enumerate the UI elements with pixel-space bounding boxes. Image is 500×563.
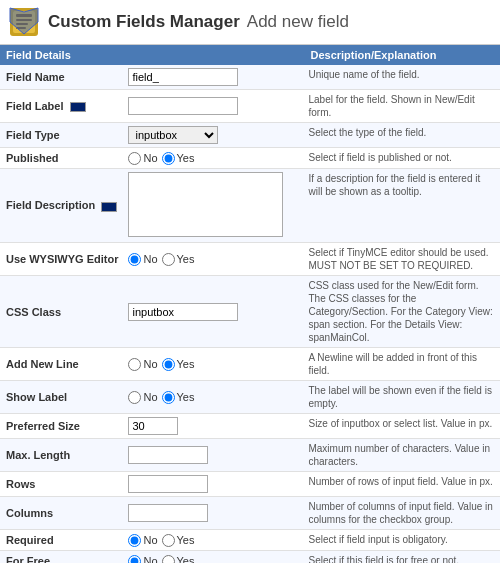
- for-free-yes-label[interactable]: Yes: [162, 555, 195, 564]
- description-header: Description/Explanation: [304, 45, 500, 65]
- preferred-size-label: Preferred Size: [0, 414, 124, 439]
- field-details-header: Field Details: [0, 45, 124, 65]
- columns-desc: Number of columns of input field. Value …: [304, 497, 500, 530]
- preferred-size-input[interactable]: [128, 417, 178, 435]
- max-length-input[interactable]: [128, 446, 208, 464]
- published-no-radio[interactable]: [128, 152, 141, 165]
- rows-input-cell: [124, 472, 304, 497]
- required-desc: Select if field input is obligatory.: [304, 530, 500, 551]
- for-free-no-radio[interactable]: [128, 555, 141, 564]
- wysiwyg-desc: Select if TinyMCE editor should be used.…: [304, 243, 500, 276]
- field-name-input-cell: [124, 65, 304, 90]
- field-type-row: Field Type inputbox textarea select radi…: [0, 123, 500, 148]
- field-description-input-cell: [124, 169, 304, 243]
- max-length-row: Max. Length Maximum number of characters…: [0, 439, 500, 472]
- fields-table: Field Details Description/Explanation Fi…: [0, 45, 500, 563]
- show-label-input-cell: No Yes: [124, 381, 304, 414]
- show-label-desc: The label will be shown even if the fiel…: [304, 381, 500, 414]
- field-type-input-cell: inputbox textarea select radio checkbox …: [124, 123, 304, 148]
- required-no-radio[interactable]: [128, 534, 141, 547]
- field-name-input[interactable]: [128, 68, 238, 86]
- section-header-row: Field Details Description/Explanation: [0, 45, 500, 65]
- wysiwyg-no-label[interactable]: No: [128, 253, 157, 266]
- field-description-label: Field Description: [0, 169, 124, 243]
- field-label-row: Field Label Label for the field. Shown i…: [0, 90, 500, 123]
- wysiwyg-input-cell: No Yes: [124, 243, 304, 276]
- show-label-no-label[interactable]: No: [128, 391, 157, 404]
- page-title: Custom Fields Manager Add new field: [48, 12, 349, 32]
- css-class-label: CSS Class: [0, 276, 124, 348]
- preferred-size-input-cell: [124, 414, 304, 439]
- wysiwyg-radio-group: No Yes: [128, 253, 300, 266]
- published-no-label[interactable]: No: [128, 152, 157, 165]
- uk-flag-icon: [70, 102, 86, 112]
- field-name-row: Field Name Unique name of the field.: [0, 65, 500, 90]
- css-class-input[interactable]: [128, 303, 238, 321]
- columns-input-cell: [124, 497, 304, 530]
- field-label-input[interactable]: [128, 97, 238, 115]
- page-header: Custom Fields Manager Add new field: [0, 0, 500, 45]
- for-free-input-cell: No Yes: [124, 551, 304, 564]
- columns-row: Columns Number of columns of input field…: [0, 497, 500, 530]
- show-label-label: Show Label: [0, 381, 124, 414]
- rows-input[interactable]: [128, 475, 208, 493]
- required-no-label[interactable]: No: [128, 534, 157, 547]
- add-new-line-yes-radio[interactable]: [162, 358, 175, 371]
- for-free-label: For Free: [0, 551, 124, 564]
- show-label-yes-label[interactable]: Yes: [162, 391, 195, 404]
- max-length-desc: Maximum number of characters. Value in c…: [304, 439, 500, 472]
- field-description-desc: If a description for the field is entere…: [304, 169, 500, 243]
- add-new-line-row: Add New Line No Yes A Newline will be ad…: [0, 348, 500, 381]
- wysiwyg-label: Use WYSIWYG Editor: [0, 243, 124, 276]
- field-type-select[interactable]: inputbox textarea select radio checkbox …: [128, 126, 218, 144]
- rows-label: Rows: [0, 472, 124, 497]
- add-new-line-label: Add New Line: [0, 348, 124, 381]
- rows-row: Rows Number of rows of input field. Valu…: [0, 472, 500, 497]
- add-new-line-no-radio[interactable]: [128, 358, 141, 371]
- required-yes-radio[interactable]: [162, 534, 175, 547]
- columns-input[interactable]: [128, 504, 208, 522]
- published-input-cell: No Yes: [124, 148, 304, 169]
- published-yes-label[interactable]: Yes: [162, 152, 195, 165]
- css-class-desc: CSS class used for the New/Edit form. Th…: [304, 276, 500, 348]
- show-label-row: Show Label No Yes The label will be show…: [0, 381, 500, 414]
- show-label-radio-group: No Yes: [128, 391, 300, 404]
- columns-label: Columns: [0, 497, 124, 530]
- add-new-line-desc: A Newline will be added in front of this…: [304, 348, 500, 381]
- add-new-line-radio-group: No Yes: [128, 358, 300, 371]
- field-type-desc: Select the type of the field.: [304, 123, 500, 148]
- for-free-desc: Select if this field is for free or not.: [304, 551, 500, 564]
- add-new-line-input-cell: No Yes: [124, 348, 304, 381]
- field-description-textarea[interactable]: [128, 172, 283, 237]
- for-free-row: For Free No Yes Select if this field is …: [0, 551, 500, 564]
- css-class-input-cell: [124, 276, 304, 348]
- wysiwyg-no-radio[interactable]: [128, 253, 141, 266]
- for-free-yes-radio[interactable]: [162, 555, 175, 564]
- field-description-row: Field Description If a description for t…: [0, 169, 500, 243]
- add-new-line-yes-label[interactable]: Yes: [162, 358, 195, 371]
- wysiwyg-yes-label[interactable]: Yes: [162, 253, 195, 266]
- show-label-yes-radio[interactable]: [162, 391, 175, 404]
- for-free-no-label[interactable]: No: [128, 555, 157, 564]
- wysiwyg-yes-radio[interactable]: [162, 253, 175, 266]
- field-label-desc: Label for the field. Shown in New/Edit f…: [304, 90, 500, 123]
- published-desc: Select if field is published or not.: [304, 148, 500, 169]
- show-label-no-radio[interactable]: [128, 391, 141, 404]
- required-row: Required No Yes Select if field input is…: [0, 530, 500, 551]
- field-name-desc: Unique name of the field.: [304, 65, 500, 90]
- required-yes-label[interactable]: Yes: [162, 534, 195, 547]
- field-type-label: Field Type: [0, 123, 124, 148]
- max-length-input-cell: [124, 439, 304, 472]
- app-icon: [8, 6, 40, 38]
- required-radio-group: No Yes: [128, 534, 300, 547]
- max-length-label: Max. Length: [0, 439, 124, 472]
- wysiwyg-row: Use WYSIWYG Editor No Yes Select if Tiny…: [0, 243, 500, 276]
- published-label: Published: [0, 148, 124, 169]
- field-label-label: Field Label: [0, 90, 124, 123]
- preferred-size-row: Preferred Size Size of inputbox or selec…: [0, 414, 500, 439]
- published-yes-radio[interactable]: [162, 152, 175, 165]
- preferred-size-desc: Size of inputbox or select list. Value i…: [304, 414, 500, 439]
- published-radio-group: No Yes: [128, 152, 300, 165]
- add-new-line-no-label[interactable]: No: [128, 358, 157, 371]
- field-label-input-cell: [124, 90, 304, 123]
